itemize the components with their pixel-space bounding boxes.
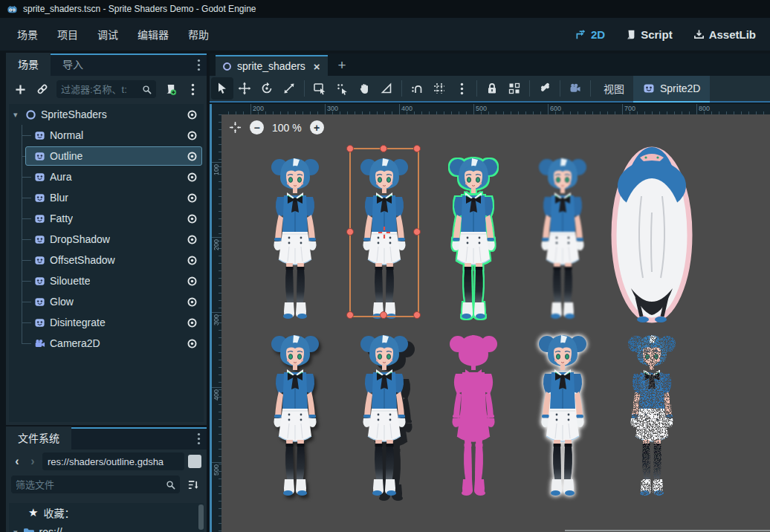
visibility-eye-icon[interactable]: [187, 296, 198, 308]
select-tool-button[interactable]: [211, 77, 233, 100]
tree-item-aura[interactable]: Aura: [9, 166, 204, 187]
tab-import[interactable]: 导入: [51, 53, 95, 76]
ruler-tool-button[interactable]: [375, 77, 398, 100]
tree-item-blur[interactable]: Blur: [9, 187, 204, 208]
visibility-eye-icon[interactable]: [187, 276, 198, 287]
add-node-button[interactable]: [12, 81, 28, 97]
tree-item-offsetshadow[interactable]: OffsetShadow: [9, 250, 204, 270]
visibility-eye-icon[interactable]: [187, 192, 198, 204]
context-tab-sprite2d[interactable]: Sprite2D: [633, 76, 710, 103]
visibility-eye-icon[interactable]: [187, 151, 198, 162]
tree-item-silouette[interactable]: Silouette: [9, 270, 204, 291]
tab-filesystem[interactable]: 文件系统: [6, 426, 71, 450]
tree-item-fatty[interactable]: Fatty: [9, 208, 204, 229]
selection-handle[interactable]: [413, 311, 421, 319]
camera-override-button[interactable]: [564, 77, 586, 100]
workspace-script-button[interactable]: Script: [619, 25, 679, 44]
horizontal-ruler: 200300400500600700800: [221, 104, 770, 114]
scene-tab-sprite-shaders[interactable]: sprite_shaders ×: [216, 55, 328, 76]
sprite-disintegrate[interactable]: [616, 326, 688, 497]
2d-canvas[interactable]: − 100 % +: [221, 114, 770, 532]
menu-editor[interactable]: 编辑器: [128, 22, 178, 46]
move-tool-button[interactable]: [233, 77, 256, 100]
instance-scene-link-icon[interactable]: [34, 81, 51, 97]
sprite-blur[interactable]: [527, 149, 598, 320]
zoom-in-button[interactable]: +: [310, 120, 324, 134]
scale-tool-button[interactable]: [278, 77, 300, 100]
menu-help[interactable]: 帮助: [178, 22, 219, 46]
filesystem-scrollbar[interactable]: [198, 505, 204, 530]
ruler-label: 300: [327, 105, 338, 112]
selection-rect[interactable]: [349, 148, 419, 317]
sprite-dropshadow[interactable]: [259, 326, 331, 497]
sprite-offsetshadow[interactable]: [349, 326, 420, 497]
visibility-eye-icon[interactable]: [187, 172, 198, 183]
selection-handle[interactable]: [346, 145, 354, 152]
sprite-glow[interactable]: [527, 326, 598, 497]
workspace-2d-button[interactable]: 2D: [569, 25, 612, 44]
visibility-eye-icon[interactable]: [187, 317, 198, 328]
lock-object-button[interactable]: [481, 77, 503, 100]
visibility-eye-icon[interactable]: [187, 109, 198, 120]
sprite-aura[interactable]: [438, 149, 509, 320]
filesystem-filter-input[interactable]: [16, 479, 166, 490]
view-menu-button[interactable]: 视图: [595, 81, 633, 96]
scene-tree-menu-icon[interactable]: [184, 81, 201, 97]
tree-item-disintegrate[interactable]: Disintegrate: [9, 312, 204, 333]
sprite-fatty[interactable]: [610, 144, 693, 325]
rotate-tool-button[interactable]: [256, 77, 278, 100]
close-icon[interactable]: ×: [311, 60, 320, 73]
pan-tool-button[interactable]: [353, 77, 375, 100]
center-view-icon[interactable]: [229, 121, 242, 134]
selection-handle[interactable]: [346, 228, 354, 236]
new-tab-button[interactable]: +: [328, 57, 357, 76]
snap-options-menu-icon[interactable]: [450, 77, 473, 100]
tree-item-spriteshaders[interactable]: ▾SpriteShaders: [9, 104, 204, 125]
list-select-tool-button[interactable]: [308, 77, 331, 100]
group-object-button[interactable]: [503, 77, 525, 100]
attach-script-button[interactable]: [162, 81, 178, 97]
tree-item-dropshadow[interactable]: DropShadow: [9, 229, 204, 250]
skeleton-bone-button[interactable]: [534, 77, 556, 100]
sprite-silouette[interactable]: [438, 326, 509, 497]
selection-handle[interactable]: [413, 228, 421, 236]
collapse-arrow-icon[interactable]: ▾: [13, 528, 18, 532]
res-root-row[interactable]: ▾ res://: [9, 522, 204, 532]
tab-scene[interactable]: 场景: [6, 53, 51, 76]
visibility-eye-icon[interactable]: [187, 234, 198, 245]
smart-snap-button[interactable]: [406, 77, 428, 100]
nav-forward-icon[interactable]: ›: [27, 455, 39, 468]
canvas-h-scrollbar[interactable]: [565, 530, 770, 531]
zoom-out-button[interactable]: −: [250, 120, 264, 134]
search-icon: [142, 85, 152, 94]
scene-dock-menu-icon[interactable]: [191, 54, 207, 76]
sprite-normal[interactable]: [259, 149, 331, 320]
visibility-eye-icon[interactable]: [187, 130, 198, 141]
visibility-eye-icon[interactable]: [187, 255, 198, 266]
tree-item-normal[interactable]: Normal: [9, 125, 204, 146]
menu-project[interactable]: 项目: [48, 22, 88, 46]
workspace-assetlib-button[interactable]: AssetLib: [687, 25, 763, 44]
snap-pick-tool-button[interactable]: [331, 77, 353, 100]
favorites-row[interactable]: ★ 收藏：: [9, 503, 204, 522]
selection-handle[interactable]: [380, 311, 387, 319]
selection-handle[interactable]: [413, 145, 421, 152]
selection-handle[interactable]: [346, 311, 354, 319]
grid-snap-button[interactable]: [428, 77, 450, 100]
split-mode-button[interactable]: [188, 455, 201, 468]
visibility-eye-icon[interactable]: [187, 338, 198, 349]
collapse-arrow-icon[interactable]: ▾: [13, 110, 21, 120]
scene-filter-input[interactable]: [61, 84, 142, 95]
selection-handle[interactable]: [380, 145, 387, 152]
menu-scene[interactable]: 场景: [7, 22, 48, 46]
tree-item-camera2d[interactable]: Camera2D: [9, 333, 204, 354]
current-path-input[interactable]: [48, 456, 179, 467]
menu-debug[interactable]: 调试: [88, 22, 128, 46]
zoom-level-label[interactable]: 100 %: [272, 122, 302, 134]
visibility-eye-icon[interactable]: [187, 213, 198, 224]
filesystem-dock-menu-icon[interactable]: [191, 428, 207, 450]
nav-back-icon[interactable]: ‹: [11, 455, 23, 468]
sort-files-icon[interactable]: [185, 476, 201, 493]
tree-item-outline[interactable]: Outline: [9, 146, 204, 166]
tree-item-glow[interactable]: Glow: [9, 291, 204, 312]
